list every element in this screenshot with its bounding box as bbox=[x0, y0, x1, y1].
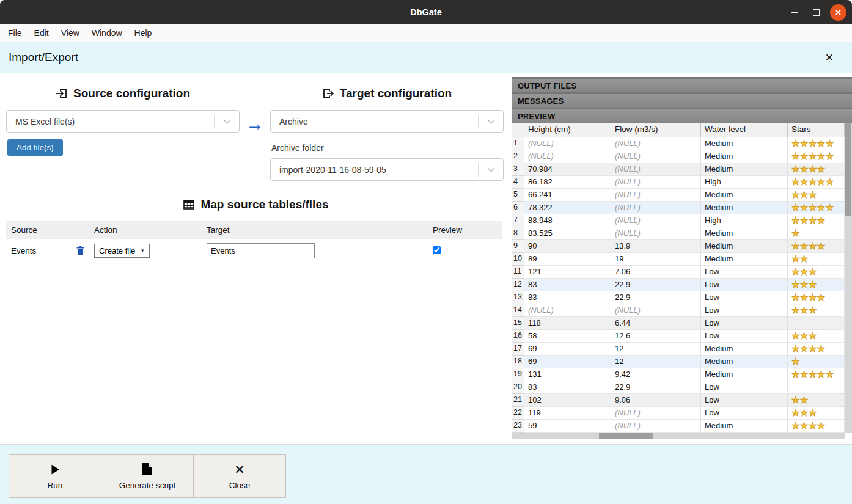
row-number-cell[interactable]: 17 bbox=[512, 343, 524, 356]
close-button[interactable]: ✕ Close bbox=[193, 454, 286, 498]
row-number-cell[interactable]: 15 bbox=[512, 317, 524, 330]
table-row[interactable]: 186912Medium★ bbox=[512, 356, 852, 368]
cell-stars[interactable]: ★ bbox=[788, 356, 845, 368]
cell-flow[interactable]: (NULL) bbox=[611, 407, 701, 420]
cell-water-level[interactable]: Medium bbox=[701, 240, 788, 253]
close-tab-icon[interactable]: ✕ bbox=[825, 53, 834, 63]
cell-height[interactable]: 59 bbox=[524, 420, 611, 433]
cell-water-level[interactable]: Medium bbox=[701, 420, 788, 433]
run-button[interactable]: Run bbox=[9, 454, 101, 498]
cell-flow[interactable]: 12 bbox=[611, 343, 701, 356]
row-number-cell[interactable]: 12 bbox=[512, 279, 524, 291]
table-row[interactable]: 138322.9Low★★★★ bbox=[512, 291, 852, 304]
chevron-down-icon[interactable] bbox=[479, 119, 503, 124]
cell-water-level[interactable]: Low bbox=[701, 266, 788, 279]
cell-flow[interactable]: 22.9 bbox=[611, 279, 701, 291]
cell-flow[interactable]: (NULL) bbox=[611, 304, 701, 317]
cell-water-level[interactable]: Low bbox=[701, 304, 788, 317]
cell-stars[interactable]: ★★ bbox=[788, 394, 845, 407]
cell-stars[interactable]: ★★★★ bbox=[788, 214, 845, 227]
cell-height[interactable]: 86.182 bbox=[524, 176, 611, 189]
cell-height[interactable]: 121 bbox=[524, 266, 611, 279]
cell-stars[interactable]: ★★★★★ bbox=[788, 202, 845, 214]
row-number-cell[interactable]: 14 bbox=[512, 304, 524, 317]
cell-height[interactable]: (NULL) bbox=[524, 137, 611, 150]
row-number-cell[interactable]: 7 bbox=[512, 214, 524, 227]
table-row[interactable]: 99013.9Medium★★★★ bbox=[512, 240, 852, 253]
cell-flow[interactable]: 22.9 bbox=[611, 291, 701, 304]
table-row[interactable]: 1(NULL)(NULL)Medium★★★★★ bbox=[512, 137, 852, 150]
row-number-cell[interactable]: 9 bbox=[512, 240, 524, 253]
cell-flow[interactable]: 19 bbox=[611, 253, 701, 266]
table-row[interactable]: 883.525(NULL)Medium★ bbox=[512, 227, 852, 240]
cell-flow[interactable]: (NULL) bbox=[611, 150, 701, 163]
cell-height[interactable]: 83 bbox=[524, 291, 611, 304]
cell-water-level[interactable]: Low bbox=[701, 330, 788, 343]
cell-water-level[interactable]: Low bbox=[701, 291, 788, 304]
cell-stars[interactable]: ★★★ bbox=[788, 407, 845, 420]
cell-stars[interactable]: ★ bbox=[788, 227, 845, 240]
cell-height[interactable]: (NULL) bbox=[524, 150, 611, 163]
cell-stars[interactable]: ★★★ bbox=[788, 189, 845, 202]
minimize-button[interactable] bbox=[786, 4, 802, 21]
table-row[interactable]: 176912Medium★★★★ bbox=[512, 343, 852, 356]
cell-water-level[interactable]: High bbox=[701, 214, 788, 227]
table-row[interactable]: 678.322(NULL)Medium★★★★★ bbox=[512, 202, 852, 214]
cell-flow[interactable]: 9.06 bbox=[611, 394, 701, 407]
cell-height[interactable]: 78.322 bbox=[524, 202, 611, 214]
column-header-water-level[interactable]: Water level bbox=[701, 123, 788, 137]
cell-water-level[interactable]: Medium bbox=[701, 189, 788, 202]
table-row[interactable]: 14(NULL)(NULL)Low★★★ bbox=[512, 304, 852, 317]
cell-height[interactable]: 58 bbox=[524, 330, 611, 343]
table-row[interactable]: 111217.06Low★★★ bbox=[512, 266, 852, 279]
archive-folder-select[interactable]: import-2020-11-16-08-59-05 bbox=[270, 158, 504, 181]
menu-window[interactable]: Window bbox=[86, 26, 128, 40]
cell-water-level[interactable]: Medium bbox=[701, 150, 788, 163]
column-header-height[interactable]: Height (cm) bbox=[524, 123, 611, 137]
section-messages[interactable]: MESSAGES bbox=[512, 92, 852, 108]
table-row[interactable]: 108919Medium★★ bbox=[512, 253, 852, 266]
cell-flow[interactable]: (NULL) bbox=[611, 214, 701, 227]
source-type-select[interactable]: MS Excel file(s) bbox=[6, 110, 240, 133]
row-number-cell[interactable]: 4 bbox=[512, 176, 524, 189]
cell-flow[interactable]: (NULL) bbox=[611, 137, 701, 150]
table-row[interactable]: 486.182(NULL)High★★★★★ bbox=[512, 176, 852, 189]
cell-stars[interactable] bbox=[788, 381, 845, 394]
cell-water-level[interactable]: Medium bbox=[701, 368, 788, 381]
row-number-cell[interactable]: 16 bbox=[512, 330, 524, 343]
menu-edit[interactable]: Edit bbox=[28, 26, 55, 40]
vertical-scrollbar[interactable] bbox=[845, 123, 852, 433]
cell-stars[interactable]: ★★★ bbox=[788, 304, 845, 317]
cell-stars[interactable]: ★★★★★ bbox=[788, 368, 845, 381]
chevron-down-icon[interactable] bbox=[479, 167, 503, 172]
menu-view[interactable]: View bbox=[55, 26, 86, 40]
cell-height[interactable]: 70.984 bbox=[524, 163, 611, 176]
table-row[interactable]: 165812.6Low★★★ bbox=[512, 330, 852, 343]
cell-flow[interactable]: (NULL) bbox=[611, 227, 701, 240]
add-files-button[interactable]: Add file(s) bbox=[7, 139, 63, 156]
cell-water-level[interactable]: Low bbox=[701, 381, 788, 394]
table-row[interactable]: 211029.06Low★★ bbox=[512, 394, 852, 407]
cell-flow[interactable]: 12 bbox=[611, 356, 701, 368]
target-type-select[interactable]: Archive bbox=[270, 110, 504, 133]
row-number-cell[interactable]: 8 bbox=[512, 227, 524, 240]
row-number-cell[interactable]: 22 bbox=[512, 407, 524, 420]
cell-stars[interactable]: ★★★★ bbox=[788, 420, 845, 433]
cell-flow[interactable]: 7.06 bbox=[611, 266, 701, 279]
cell-stars[interactable]: ★★★★★ bbox=[788, 176, 845, 189]
cell-water-level[interactable]: Medium bbox=[701, 343, 788, 356]
row-number-cell[interactable]: 2 bbox=[512, 150, 524, 163]
cell-water-level[interactable]: Medium bbox=[701, 163, 788, 176]
cell-stars[interactable]: ★★ bbox=[788, 253, 845, 266]
cell-height[interactable]: 119 bbox=[524, 407, 611, 420]
row-number-cell[interactable]: 20 bbox=[512, 381, 524, 394]
cell-stars[interactable]: ★★★ bbox=[788, 266, 845, 279]
cell-water-level[interactable]: Medium bbox=[701, 253, 788, 266]
row-number-cell[interactable]: 10 bbox=[512, 253, 524, 266]
row-number-cell[interactable]: 21 bbox=[512, 394, 524, 407]
table-row[interactable]: 22119(NULL)Low★★★ bbox=[512, 407, 852, 420]
cell-height[interactable]: 83 bbox=[524, 381, 611, 394]
table-row[interactable]: 191319.42Medium★★★★★ bbox=[512, 368, 852, 381]
menu-file[interactable]: File bbox=[2, 26, 28, 40]
row-number-cell[interactable]: 23 bbox=[512, 420, 524, 433]
